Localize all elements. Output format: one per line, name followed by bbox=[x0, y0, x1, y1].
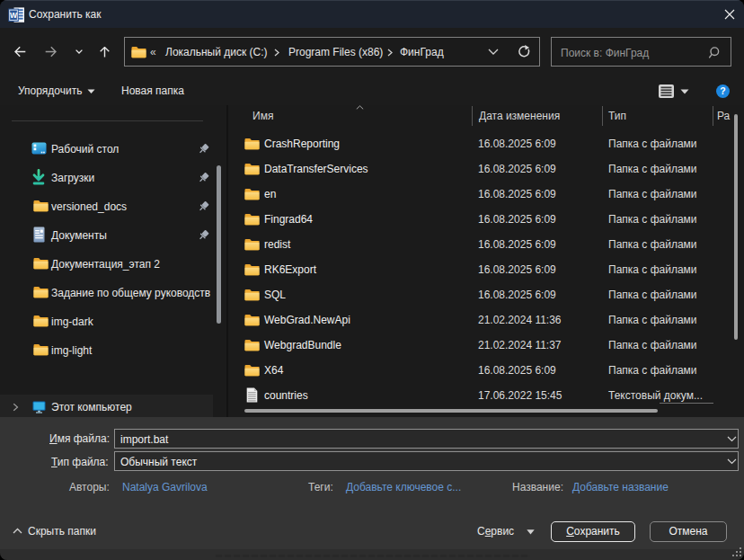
svg-text:W: W bbox=[10, 11, 18, 20]
svg-text:?: ? bbox=[720, 85, 725, 96]
